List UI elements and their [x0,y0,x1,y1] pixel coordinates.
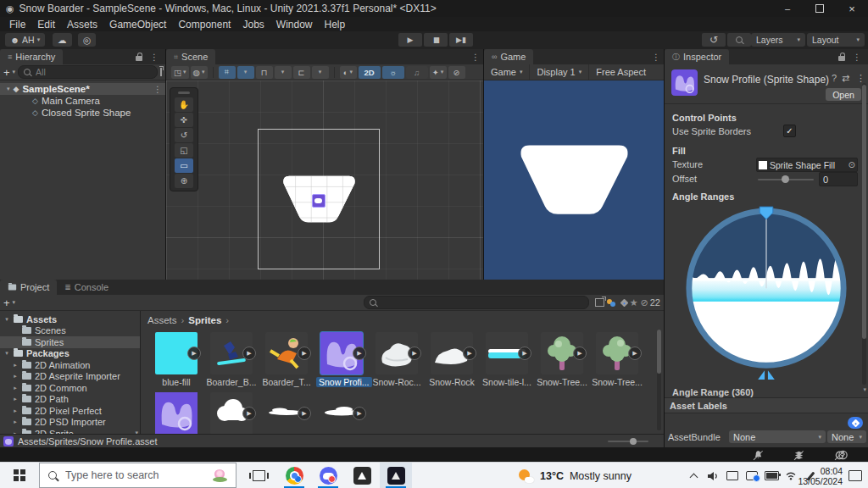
tab-game[interactable]: ∞ Game [484,49,533,64]
scene-visibility-toggle[interactable]: ⊘ [448,66,465,79]
scene-viewport[interactable]: ✋ ✜ ↺ ◱ ▭ ⊕ [166,80,483,280]
rect-tool-button[interactable]: ▭ [175,158,193,173]
label-filter-icon[interactable] [620,298,628,307]
battery-icon[interactable] [763,471,780,480]
tree-item-2d-common[interactable]: ▸2D Common [0,382,140,394]
asset-cloud-2[interactable]: ▶ [261,392,312,434]
game-camera-dropdown[interactable]: Game▾ [484,64,530,80]
close-button[interactable]: × [837,0,866,17]
menu-assets[interactable]: Assets [61,19,103,30]
help-icon[interactable]: ? [832,73,837,83]
display-dropdown[interactable]: Display 1▾ [530,64,589,80]
expand-arrow-icon[interactable]: ▾ [7,86,10,92]
texture-object-field[interactable]: Sprite Shape Fill ⊙ [756,158,858,172]
hierarchy-search[interactable] [18,65,158,79]
scene-menu-button[interactable]: ⋮ [468,53,483,62]
lighting-toggle[interactable]: ☼ [382,66,404,79]
layout-dropdown[interactable]: Layout▾ [807,33,865,47]
notifications-muted-icon[interactable] [753,450,764,460]
scroll-down-icon[interactable]: ▾ [863,386,866,393]
asset-cloud-1[interactable]: ▶ [206,392,257,434]
tray-expand-chevron[interactable] [685,472,702,480]
expand-asset-button[interactable]: ▶ [353,407,366,420]
move-tool-button[interactable]: ✜ [175,113,193,127]
tree-item-scenes[interactable]: Scenes [0,325,140,337]
add-object-arrow[interactable]: ▾ [13,69,16,75]
spriteshape-gizmo[interactable] [312,194,326,208]
services-button[interactable]: ◎ [78,33,96,47]
project-search-input[interactable] [380,297,583,308]
unity-hub-button[interactable] [346,463,378,488]
create-asset-arrow[interactable]: ▾ [13,299,16,306]
taskbar-clock[interactable]: 08:04 13/05/2024 [798,463,843,488]
lock-icon[interactable] [838,56,845,61]
effects-dropdown[interactable]: ✦▾ [430,66,447,79]
thumbnail-zoom-slider[interactable] [608,441,648,442]
tree-item-assets[interactable]: ▾Assets [0,313,140,325]
tree-item-packages[interactable]: ▾Packages [0,348,140,360]
chrome-button[interactable] [278,463,310,488]
scale-tool-button[interactable]: ◱ [175,143,193,158]
menu-component[interactable]: Component [172,19,236,30]
project-search[interactable] [364,296,589,309]
step-button[interactable]: ▶▮ [449,33,473,47]
inspector-menu-button[interactable]: ⋮ [849,53,865,62]
account-button[interactable]: ☻ AH ▾ [5,33,45,47]
offset-slider-knob[interactable] [782,175,789,183]
asset-snow-rock-1[interactable]: ▶ Snow-Roc... [371,332,422,387]
minimize-button[interactable]: – [773,0,802,17]
notification-center-button[interactable] [844,463,866,488]
discord-button[interactable] [312,463,344,488]
tab-inspector[interactable]: ⓘ Inspector [665,49,729,64]
asset-labels-tag-button[interactable] [848,417,863,429]
measure-arrow[interactable]: ▾ [312,66,329,79]
palette-drag-handle[interactable] [178,92,190,94]
tree-item-2d-aseprite[interactable]: ▸2D Aseprite Importer [0,371,140,383]
tree-item-2d-pixel-perfect[interactable]: ▸2D Pixel Perfect [0,405,140,417]
draw-mode-dropdown[interactable]: ◐▾ [340,66,357,79]
inspector-scrollbar-thumb[interactable] [862,85,866,339]
taskbar-weather[interactable]: 13°C Mostly sunny [519,463,632,488]
asset-snow-rock-2[interactable]: ▶ Snow-Rock [426,332,477,387]
assetbundle-dropdown[interactable]: None ▾ [729,430,826,443]
expand-asset-button[interactable]: ▶ [242,407,256,420]
lock-icon[interactable] [136,56,142,61]
menu-window[interactable]: Window [270,19,319,30]
tab-hierarchy[interactable]: ≡ Hierarchy [0,49,63,64]
tool-handle-dropdown[interactable]: ◳▾ [171,66,189,79]
snap-arrow[interactable]: ▾ [275,66,292,79]
menu-gameobject[interactable]: GameObject [103,19,172,30]
hierarchy-menu-button[interactable]: ⋮ [147,53,162,62]
project-scrollbar[interactable] [657,330,661,430]
asset-snow-tree-1[interactable]: ▶ Snow-Tree... [537,332,587,387]
wifi-icon[interactable] [782,471,799,480]
task-view-button[interactable] [242,463,275,488]
pivot-dropdown[interactable]: ◍▾ [191,66,208,79]
asset-boarder-body[interactable]: ▶ Boarder_B... [206,332,257,387]
audio-toggle[interactable]: ♫ [406,66,428,79]
asset-boarder-top[interactable]: ▶ Boarder_T... [261,332,312,387]
menu-jobs[interactable]: Jobs [236,19,270,30]
teams-icon[interactable] [743,471,760,480]
game-viewport[interactable] [484,80,664,280]
tab-console[interactable]: ≣ Console [57,280,116,295]
add-object-button[interactable]: + [3,66,10,79]
angle-range-wheel[interactable] [683,205,849,385]
taskbar-search[interactable] [39,463,236,488]
hierarchy-row-scene[interactable]: ▾ ◆ SampleScene* ⋮ [0,83,165,95]
use-sprite-borders-checkbox[interactable]: ✓ [783,125,796,137]
cloud-button[interactable]: ☁ [53,33,72,47]
expand-asset-button[interactable]: ▶ [353,347,366,360]
start-button[interactable] [3,463,36,488]
view-tool-button[interactable]: ✋ [175,97,193,112]
scene-options-button[interactable]: ⋮ [150,85,165,94]
expand-asset-button[interactable]: ▶ [408,347,421,360]
menu-edit[interactable]: Edit [31,19,61,30]
breadcrumb-root[interactable]: Assets [147,315,177,325]
asset-snow-tree-2[interactable]: ▶ Snow-Tree... [592,332,643,387]
tree-item-2d-psd-importer[interactable]: ▸2D PSD Importer [0,417,140,429]
package-visibility-icon[interactable] [607,299,619,307]
pause-button[interactable]: ▮▮ [424,33,448,47]
taskbar-search-input[interactable] [64,469,206,482]
rotate-tool-button[interactable]: ↺ [175,128,193,142]
